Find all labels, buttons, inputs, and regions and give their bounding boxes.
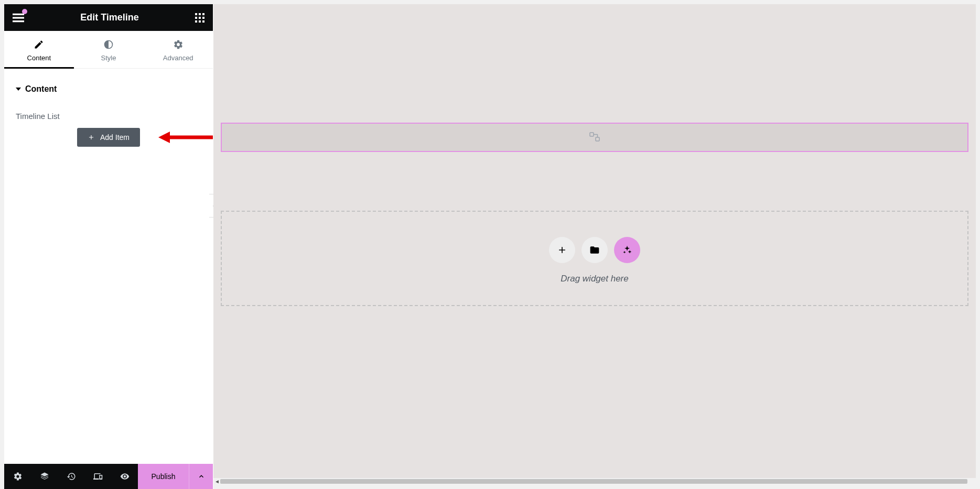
svg-rect-5 [202,13,204,15]
settings-button[interactable] [4,464,31,489]
tab-label: Style [101,54,116,62]
add-section-button[interactable] [549,237,575,263]
field-timeline-list: Timeline List Add Item [4,103,213,147]
svg-rect-9 [195,20,197,23]
history-button[interactable] [58,464,84,489]
contrast-icon [103,39,114,50]
panel-body: Content Timeline List Add Item [4,69,213,464]
canvas-inner: Drag widget here [213,4,976,313]
tab-label: Content [27,54,51,62]
add-item-label: Add Item [100,133,130,142]
plus-icon [88,134,95,141]
selected-timeline-widget[interactable] [221,123,968,152]
horizontal-scrollbar[interactable]: ◄ [213,478,976,485]
svg-rect-3 [195,13,197,15]
responsive-button[interactable] [84,464,111,489]
section-title: Content [25,84,57,94]
pencil-icon [34,39,44,50]
preview-canvas[interactable]: Drag widget here ◄ [213,4,976,485]
sidebar-header: Edit Timeline [4,4,213,31]
svg-rect-7 [199,17,201,19]
drop-zone-text: Drag widget here [561,274,628,284]
devices-icon [93,472,103,481]
sidebar-footer: Publish [4,464,213,489]
add-item-wrap: Add Item [16,128,201,147]
editor-tabs: Content Style Advanced [4,31,213,69]
add-template-button[interactable] [581,237,608,263]
drop-zone-actions [549,237,640,263]
preview-button[interactable] [111,464,138,489]
ai-button[interactable] [614,237,640,263]
section-content-header[interactable]: Content [4,75,213,103]
grid-icon [195,13,204,23]
svg-rect-6 [195,17,197,19]
history-icon [67,472,76,481]
widgets-grid-button[interactable] [195,13,204,23]
editor-sidebar: Edit Timeline Content Style Advanced [4,4,213,489]
gear-icon [13,472,23,481]
svg-rect-15 [596,137,599,141]
svg-rect-11 [202,20,204,23]
tab-content[interactable]: Content [4,31,74,68]
field-label: Timeline List [16,112,201,121]
scrollbar-thumb[interactable] [220,479,967,484]
navigator-button[interactable] [31,464,58,489]
gear-icon [173,39,184,50]
notification-dot [22,9,27,14]
publish-options-toggle[interactable] [189,464,213,489]
scroll-left-arrow[interactable]: ◄ [214,479,220,484]
plus-icon [557,245,567,255]
menu-button[interactable] [13,12,24,24]
app-root: Edit Timeline Content Style Advanced [0,0,980,489]
folder-icon [589,245,600,255]
svg-rect-10 [199,20,201,23]
publish-button[interactable]: Publish [138,464,189,489]
svg-rect-8 [202,17,204,19]
hamburger-icon [13,12,24,24]
svg-rect-14 [590,133,594,136]
svg-rect-1 [13,17,24,18]
arrow-annotation [158,130,213,145]
tab-label: Advanced [163,54,193,62]
header-title: Edit Timeline [80,12,139,23]
tab-style[interactable]: Style [74,31,144,68]
tab-advanced[interactable]: Advanced [143,31,213,68]
svg-rect-2 [13,20,24,22]
chevron-up-icon [197,472,206,481]
caret-down-icon [16,88,21,91]
drop-zone[interactable]: Drag widget here [221,211,968,306]
svg-marker-13 [158,132,170,143]
sparkle-icon [622,245,632,255]
svg-rect-4 [199,13,201,15]
eye-icon [120,472,130,481]
widget-placeholder-icon [588,131,601,144]
add-item-button[interactable]: Add Item [77,128,140,147]
layers-icon [40,472,49,481]
